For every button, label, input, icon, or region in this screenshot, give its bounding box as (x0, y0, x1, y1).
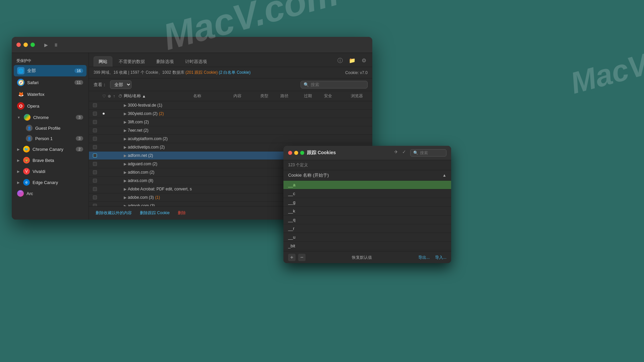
delete-tracking-cookies-button[interactable]: 删除跟踪 Cookie (138, 209, 172, 217)
sidebar-item-all[interactable]: 🌐 全部 16 (14, 65, 87, 76)
maximize-button[interactable] (31, 43, 35, 47)
sidebar-item-vivaldi[interactable]: ▶ V Vivaldi (14, 166, 87, 177)
chrome-canary-expand-icon: ▶ (17, 147, 20, 151)
sidebar-item-chrome-canary[interactable]: ▶ 🐦 Chrome Canary 2 (14, 144, 87, 155)
tab-timer-options[interactable]: 计时器选项 (180, 56, 212, 67)
tracking-list-item[interactable]: _bit (283, 242, 451, 250)
row-expand-icon[interactable]: ▶ (124, 170, 126, 175)
vivaldi-expand-icon: ▶ (17, 170, 20, 173)
play-button[interactable]: ▶ (43, 42, 49, 48)
tracking-col-header[interactable]: Cookie 名称 (开始于) ▲ (283, 170, 451, 181)
close-button[interactable] (16, 43, 21, 47)
sidebar-item-arc[interactable]: ⌒ Arc (14, 188, 87, 199)
pause-button[interactable]: ⏸ (53, 42, 59, 48)
tab-unwanted-data[interactable]: 不需要的数据 (114, 56, 150, 67)
row-expand-icon[interactable]: ▶ (124, 162, 126, 166)
row-expand-icon[interactable]: ▶ (124, 128, 126, 133)
sidebar-badge-chrome: 3 (76, 115, 83, 120)
th-content[interactable]: 内容 (232, 93, 259, 100)
minimize-button[interactable] (23, 43, 28, 47)
row-expand-icon[interactable]: ▶ (124, 187, 126, 191)
row-expand-icon[interactable]: ▶ (124, 120, 126, 124)
tracking-list-item[interactable]: __r (283, 224, 451, 233)
row-expand-icon[interactable]: ▶ (124, 179, 126, 183)
tabs-bar: 网站 不需要的数据 删除选项 计时器选项 ⓘ 📁 ⚙ (89, 53, 372, 67)
table-row[interactable]: ▶ 3000-festival.de (1) (89, 101, 372, 110)
stats-text: 399 网域、16 收藏 | 1597 个 Cookie、1002 数据库 (2… (94, 70, 251, 75)
sidebar-label-guest: Guest Profile (35, 126, 83, 131)
row-expand-icon[interactable]: ▶ (124, 112, 126, 116)
th-type[interactable]: 类型 (259, 93, 279, 100)
info-icon[interactable]: ⓘ (336, 57, 344, 65)
th-site[interactable]: 网站/名称 ▲ (122, 93, 192, 100)
tracking-remove-button[interactable]: − (298, 254, 306, 261)
sidebar-item-safari[interactable]: 🧭 Safari 11 (14, 77, 87, 88)
search-input[interactable] (311, 82, 367, 87)
sidebar-item-chrome[interactable]: ▼ Chrome 3 (14, 112, 87, 123)
brave-expand-icon: ▶ (17, 159, 20, 162)
sidebar-item-waterfox[interactable]: 🦊 Waterfox (14, 88, 87, 100)
tracking-search-input[interactable] (420, 150, 443, 155)
delete-button[interactable]: 删除 (176, 209, 188, 217)
th-secure[interactable]: 安全 (323, 93, 350, 100)
tracking-list-item[interactable]: __u (283, 233, 451, 242)
tracking-list-item[interactable]: __a (283, 181, 451, 189)
table-row[interactable]: ▶3lift.com (2) (89, 118, 372, 126)
sidebar-label-opera: Opera (27, 104, 83, 109)
tracking-restore-button[interactable]: 恢复默认值 (308, 255, 416, 260)
tracking-maximize-btn[interactable] (300, 151, 304, 155)
sidebar-item-brave[interactable]: ▶ 🦁 Brave Beta (14, 155, 87, 166)
chrome-expand-icon: ▼ (17, 116, 20, 119)
th-name[interactable]: 名称 (192, 93, 232, 100)
guest-profile-icon: 👤 (26, 125, 33, 131)
tracking-add-button[interactable]: + (288, 254, 296, 261)
sidebar-item-opera[interactable]: O Opera (14, 100, 87, 112)
sort-arrow-icon: ▲ (142, 94, 146, 99)
th-path[interactable]: 路径 (279, 93, 303, 100)
row-expand-icon[interactable]: ▶ (124, 103, 126, 108)
td-check[interactable] (92, 103, 101, 108)
row-expand-icon[interactable]: ▶ (124, 204, 126, 206)
tracking-list-item[interactable]: __k (283, 207, 451, 216)
row-expand-icon[interactable]: ▶ (124, 145, 126, 149)
sidebar-subitem-guest[interactable]: 👤 Guest Profile (14, 123, 87, 133)
row-expand-icon[interactable]: ▶ (124, 195, 126, 200)
tracking-panel-title: 跟踪 Cookies (307, 150, 391, 156)
tracking-list-item[interactable]: _c (283, 250, 451, 251)
chrome-canary-icon: 🐦 (23, 146, 30, 153)
table-row[interactable]: ▶7eer.net (2) (89, 126, 372, 135)
title-bar-controls: ▶ ⏸ (43, 42, 59, 48)
tracking-minimize-btn[interactable] (294, 151, 298, 155)
delete-non-favorites-button[interactable]: 删除收藏以外的内容 (94, 209, 134, 217)
filter-select[interactable]: 全部 (110, 80, 131, 89)
sidebar-item-edge-canary[interactable]: ▶ e Edge Canary (14, 177, 87, 188)
tracking-export-button[interactable]: 导出... (418, 255, 430, 260)
tab-delete-options[interactable]: 删除选项 (151, 56, 179, 67)
tab-websites[interactable]: 网站 (94, 56, 112, 67)
folder-icon[interactable]: 📁 (347, 57, 357, 65)
search-icon: 🔍 (304, 82, 309, 87)
tracking-panel-icons: ✈ ✓ 🔍 (394, 149, 446, 157)
sidebar-badge-safari: 11 (74, 80, 83, 85)
filter-bar: 查看： 全部 🔍 (89, 78, 372, 91)
settings-icon[interactable]: ⚙ (360, 57, 368, 65)
tracking-cookies-panel: 跟踪 Cookies ✈ ✓ 🔍 123 个定义 Cookie 名称 (开始于)… (283, 146, 451, 263)
tracking-list-item[interactable]: __q (283, 216, 451, 224)
sidebar-subitem-person1[interactable]: 👤 Person 1 3 (14, 133, 87, 143)
th-browser[interactable]: 浏览器 (350, 93, 370, 100)
sidebar-label-brave: Brave Beta (33, 158, 83, 163)
tracking-list-item[interactable]: __g (283, 198, 451, 207)
sidebar-section-label: 受保护中 (12, 56, 89, 65)
table-row[interactable]: ▶ 360yield.com (2) (2) (89, 110, 372, 118)
tracking-import-button[interactable]: 导入... (435, 255, 446, 260)
row-expand-icon[interactable]: ▶ (124, 154, 126, 158)
table-row[interactable]: ▶acuityplatform.com (2) (89, 135, 372, 143)
tracking-panel-title-bar: 跟踪 Cookies ✈ ✓ 🔍 (283, 146, 451, 160)
clock-icon[interactable]: ✓ (402, 149, 406, 157)
tracking-close-btn[interactable] (288, 151, 292, 155)
stats-version: Cookie: v7.0 (345, 70, 368, 75)
row-expand-icon[interactable]: ▶ (124, 137, 126, 141)
th-expire[interactable]: 过期 (303, 93, 323, 100)
navigation-icon[interactable]: ✈ (394, 149, 398, 157)
tracking-list-item[interactable]: __c (283, 189, 451, 198)
